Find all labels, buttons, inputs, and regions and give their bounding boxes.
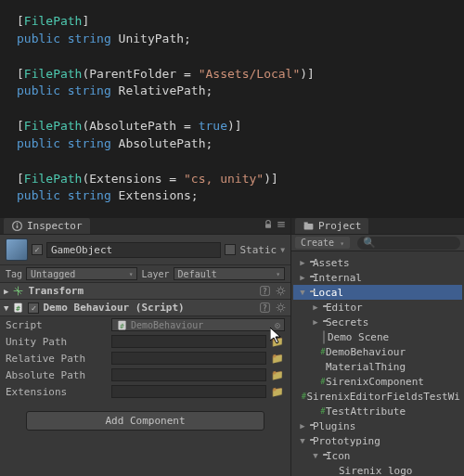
unity-path-input[interactable] xyxy=(111,335,266,348)
browse-folder-icon[interactable]: 📁 xyxy=(270,386,285,398)
tree-item[interactable]: ▼Prototyping xyxy=(293,433,462,448)
browse-folder-icon[interactable]: 📁 xyxy=(270,369,285,381)
tree-item-label: Internal xyxy=(313,272,362,284)
add-component-button[interactable]: Add Component xyxy=(26,411,264,431)
tree-item-label: Icon xyxy=(326,450,351,462)
info-icon xyxy=(11,220,23,232)
project-search[interactable]: 🔍 xyxy=(357,237,460,250)
gear-icon[interactable] xyxy=(275,285,287,297)
demo-behaviour-title: Demo Behaviour (Script) xyxy=(43,302,255,314)
tree-item-label: Plugins xyxy=(313,420,355,432)
help-icon[interactable]: ? xyxy=(259,302,271,314)
svg-point-9 xyxy=(278,289,283,293)
panel-menu-icon[interactable] xyxy=(276,219,287,233)
extensions-input[interactable] xyxy=(111,385,266,398)
scene-icon xyxy=(323,331,325,343)
svg-point-1 xyxy=(17,224,19,225)
project-tab-label: Project xyxy=(318,220,361,232)
relative-path-input[interactable] xyxy=(111,352,266,365)
static-label: Static xyxy=(239,244,277,256)
fold-arrow-icon[interactable]: ▼ xyxy=(298,288,307,297)
fold-arrow-icon[interactable]: ▶ xyxy=(311,302,320,312)
fold-arrow-icon[interactable]: ▶ xyxy=(298,273,307,282)
tree-item[interactable]: ▼Local xyxy=(293,285,462,300)
tree-item[interactable]: ▶Editor xyxy=(293,300,462,315)
browse-folder-icon[interactable]: 📁 xyxy=(270,353,285,365)
tree-item-label: Assets xyxy=(313,257,350,269)
layer-label: Layer xyxy=(141,269,169,279)
tree-item-label: SirenixComponent xyxy=(326,376,424,388)
tree-item[interactable]: DemoBehaviour xyxy=(293,344,462,359)
tree-item-label: Sirenix logo xyxy=(339,465,412,476)
fold-arrow-icon[interactable]: ▶ xyxy=(298,421,307,431)
fold-arrow-icon[interactable]: ▼ xyxy=(311,451,320,460)
svg-rect-4 xyxy=(277,222,285,223)
svg-rect-18 xyxy=(304,223,308,225)
inspector-tab[interactable]: Inspector xyxy=(4,218,90,234)
svg-text:#: # xyxy=(17,304,21,313)
transform-icon xyxy=(12,285,24,297)
tree-item-label: TestAttribute xyxy=(326,405,406,418)
create-button[interactable]: Create ▾ xyxy=(295,237,350,249)
tree-item[interactable]: TestAttribute xyxy=(293,404,462,418)
transform-title: Transform xyxy=(28,285,255,297)
svg-rect-6 xyxy=(277,226,285,227)
static-dropdown-icon[interactable]: ▼ xyxy=(280,246,285,254)
svg-point-14 xyxy=(278,305,283,310)
absolute-path-input[interactable] xyxy=(111,368,266,381)
tree-item-label: DemoBehaviour xyxy=(326,346,406,358)
gear-icon[interactable] xyxy=(275,302,287,314)
tree-item[interactable]: Sirenix logo xyxy=(293,463,462,476)
project-icon xyxy=(303,220,315,232)
gameobject-icon xyxy=(6,238,28,261)
inspector-panel: Inspector ✓ Static ▼ Tag Untagged▾ Layer… xyxy=(0,218,291,476)
svg-text:?: ? xyxy=(263,287,267,296)
tree-item-label: Demo Scene xyxy=(328,331,389,343)
svg-rect-3 xyxy=(265,225,271,229)
script-object-field[interactable]: # DemoBehaviour ⊙ xyxy=(111,318,285,331)
project-tab[interactable]: Project xyxy=(295,218,368,234)
relative-path-label: Relative Path xyxy=(6,353,108,365)
tree-item[interactable]: MaterialThing xyxy=(293,359,462,374)
tree-item-label: Secrets xyxy=(326,316,368,328)
tree-item[interactable]: ▶Internal xyxy=(293,270,462,285)
inspector-tab-label: Inspector xyxy=(27,220,83,232)
tree-item-label: Prototyping xyxy=(313,435,380,447)
lock-icon[interactable] xyxy=(263,219,274,233)
tree-item[interactable]: Demo Scene xyxy=(293,329,462,344)
script-value: DemoBehaviour xyxy=(131,320,203,330)
svg-text:?: ? xyxy=(263,303,267,313)
fold-arrow-icon[interactable]: ▶ xyxy=(298,258,307,267)
static-checkbox[interactable] xyxy=(225,244,236,255)
help-icon[interactable]: ? xyxy=(259,285,271,297)
tree-item-label: Local xyxy=(313,287,343,299)
transform-component-header[interactable]: ▶ Transform ? xyxy=(0,283,290,300)
svg-rect-5 xyxy=(277,225,285,225)
demo-behaviour-header[interactable]: ▼ # ✓ Demo Behaviour (Script) ? xyxy=(0,300,290,316)
tree-item[interactable]: SirenixComponent xyxy=(293,374,462,389)
gameobject-name-input[interactable] xyxy=(46,242,221,258)
fold-arrow-icon[interactable]: ▶ xyxy=(311,317,320,327)
active-checkbox[interactable]: ✓ xyxy=(32,244,43,255)
project-panel: Project Create ▾ 🔍 ▶Assets▶Internal▼Loca… xyxy=(291,218,464,476)
svg-text:#: # xyxy=(120,322,124,330)
fold-arrow-icon[interactable]: ▼ xyxy=(298,436,307,445)
project-tree[interactable]: ▶Assets▶Internal▼Local▶Editor▶SecretsDem… xyxy=(291,251,464,476)
tree-item[interactable]: ▶Plugins xyxy=(293,418,462,433)
tree-item[interactable]: ▶Secrets xyxy=(293,315,462,329)
svg-rect-17 xyxy=(304,224,314,230)
tree-item[interactable]: SirenixEditorFieldsTestWi xyxy=(293,389,462,404)
search-icon: 🔍 xyxy=(363,237,376,249)
script-icon: # xyxy=(116,319,128,331)
layer-dropdown[interactable]: Default▾ xyxy=(174,267,285,280)
tree-item[interactable]: ▼Icon xyxy=(293,448,462,463)
code-editor: [FilePath] public string UnityPath; [Fil… xyxy=(0,0,464,218)
browse-folder-icon[interactable]: 📁 xyxy=(270,336,285,348)
component-enabled-checkbox[interactable]: ✓ xyxy=(28,302,39,314)
absolute-path-label: Absolute Path xyxy=(6,369,108,381)
tree-item[interactable]: ▶Assets xyxy=(293,255,462,270)
script-field-label: Script xyxy=(6,319,108,331)
tag-dropdown[interactable]: Untagged▾ xyxy=(26,267,137,280)
script-component-icon: # xyxy=(12,302,24,314)
object-picker-icon[interactable]: ⊙ xyxy=(275,320,280,330)
